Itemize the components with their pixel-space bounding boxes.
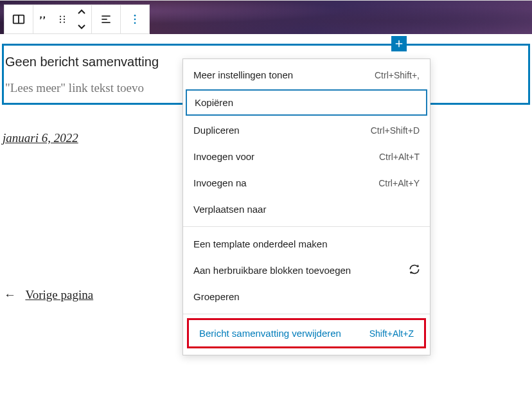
svg-point-5 [64,15,65,17]
pagination-previous: ← Vorige pagina [4,288,93,302]
svg-point-6 [64,19,65,20]
menu-delete-highlight: Bericht samenvatting verwijderen Shift+A… [187,318,426,348]
menu-item-label: Bericht samenvatting verwijderen [199,328,341,339]
drag-icon [57,13,68,25]
svg-point-13 [134,22,136,24]
menu-item-show-more-settings[interactable]: Meer instellingen tonen Ctrl+Shift+, [183,62,430,88]
menu-item-shortcut: Ctrl+Alt+Y [378,178,420,188]
svg-point-11 [134,15,136,17]
block-inserter-button[interactable] [391,36,407,51]
chevron-up-icon [77,9,86,15]
menu-section-1: Meer instellingen tonen Ctrl+Shift+, Kop… [183,62,430,222]
align-button[interactable] [92,5,120,33]
menu-item-label: Invoegen voor [193,151,254,162]
menu-item-shortcut: Ctrl+Alt+T [379,152,420,162]
move-down-button[interactable] [72,19,91,33]
refresh-icon [408,263,421,278]
plus-icon [393,38,405,49]
chevron-down-icon [77,23,86,30]
svg-point-12 [134,19,136,21]
menu-item-shortcut: Ctrl+Shift+D [371,125,420,136]
drag-handle[interactable] [53,5,72,33]
menu-item-label: Een template onderdeel maken [193,238,327,249]
menu-item-shortcut: Shift+Alt+Z [369,328,414,339]
block-movers [72,5,91,33]
move-up-button[interactable] [72,5,91,19]
block-toolbar [4,4,150,34]
align-left-icon [100,13,112,26]
options-button[interactable] [121,5,149,33]
menu-divider [183,314,430,314]
menu-divider [183,226,430,227]
menu-item-remove-block[interactable]: Bericht samenvatting verwijderen Shift+A… [189,320,424,346]
menu-item-copy[interactable]: Kopiëren [186,89,427,116]
menu-item-label: Meer instellingen tonen [193,69,293,80]
more-vertical-icon [129,13,141,26]
previous-page-link[interactable]: Vorige pagina [25,288,93,301]
menu-item-group[interactable]: Groeperen [183,283,430,310]
svg-point-4 [60,21,61,22]
quote-icon [37,13,49,25]
menu-item-label: Aan herbruikbare blokken toevoegen [193,265,351,276]
menu-section-2: Een template onderdeel maken Aan herbrui… [183,231,430,310]
menu-item-label: Groeperen [193,291,240,302]
menu-item-insert-before[interactable]: Invoegen voor Ctrl+Alt+T [183,143,430,170]
svg-point-2 [60,15,61,17]
menu-item-shortcut: Ctrl+Shift+, [375,70,420,80]
svg-point-7 [64,21,65,22]
menu-item-label: Verplaatsen naar [193,204,266,215]
columns-icon [12,12,26,26]
menu-item-label: Invoegen na [193,177,247,188]
arrow-left-icon: ← [4,288,16,301]
block-type-button[interactable] [4,5,33,33]
block-options-menu: Meer instellingen tonen Ctrl+Shift+, Kop… [182,58,430,355]
menu-item-move-to[interactable]: Verplaatsen naar [183,196,430,222]
menu-item-insert-after[interactable]: Invoegen na Ctrl+Alt+Y [183,170,430,196]
quote-style-button[interactable] [33,5,53,33]
menu-item-duplicate[interactable]: Dupliceren Ctrl+Shift+D [183,117,430,143]
menu-item-label: Dupliceren [193,125,240,136]
menu-item-label: Kopiëren [195,97,233,108]
post-date[interactable]: januari 6, 2022 [3,131,78,145]
svg-point-3 [60,19,61,20]
menu-item-create-template-part[interactable]: Een template onderdeel maken [183,231,430,257]
menu-item-add-to-reusable[interactable]: Aan herbruikbare blokken toevoegen [183,257,430,283]
